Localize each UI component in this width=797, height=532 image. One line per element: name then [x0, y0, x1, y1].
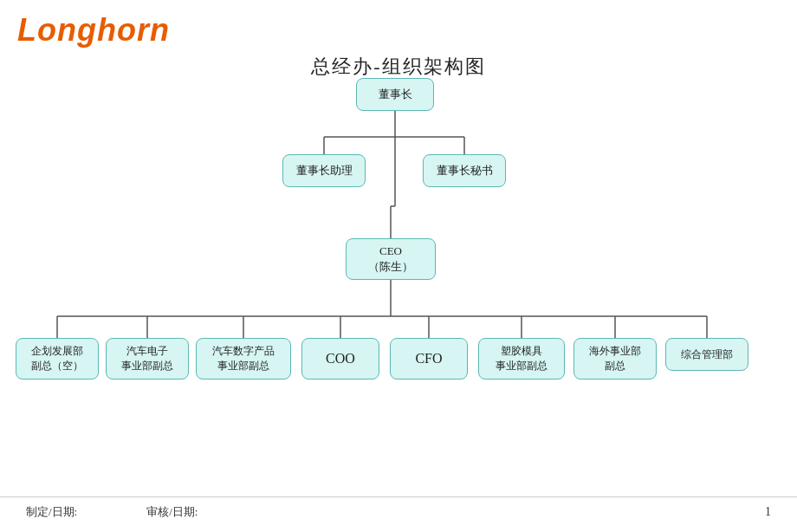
node-dept6: 塑胶模具 事业部副总: [478, 338, 565, 380]
approved-label: 审核/日期:: [146, 504, 198, 520]
node-dept7: 海外事业部 副总: [573, 338, 657, 380]
org-lines: [0, 69, 797, 520]
node-coo: COO: [301, 338, 379, 380]
node-dept2: 汽车电子 事业部副总: [106, 338, 189, 380]
node-assistant: 董事长助理: [282, 154, 366, 187]
node-dept3: 汽车数字产品 事业部副总: [196, 338, 291, 380]
created-label: 制定/日期:: [26, 504, 77, 520]
logo: Longhorn: [17, 12, 170, 48]
footer: 制定/日期: 审核/日期: 1: [0, 496, 797, 520]
node-ceo: CEO （陈生）: [346, 238, 436, 280]
node-cfo: CFO: [390, 338, 468, 380]
node-chairman: 董事长: [356, 78, 434, 111]
page-title: 总经办-组织架构图: [0, 54, 797, 80]
node-dept8: 综合管理部: [665, 338, 748, 371]
node-dept1: 企划发展部 副总（空）: [16, 338, 99, 380]
header: Longhorn: [0, 0, 797, 49]
node-secretary: 董事长秘书: [423, 154, 506, 187]
page-number: 1: [765, 505, 771, 519]
